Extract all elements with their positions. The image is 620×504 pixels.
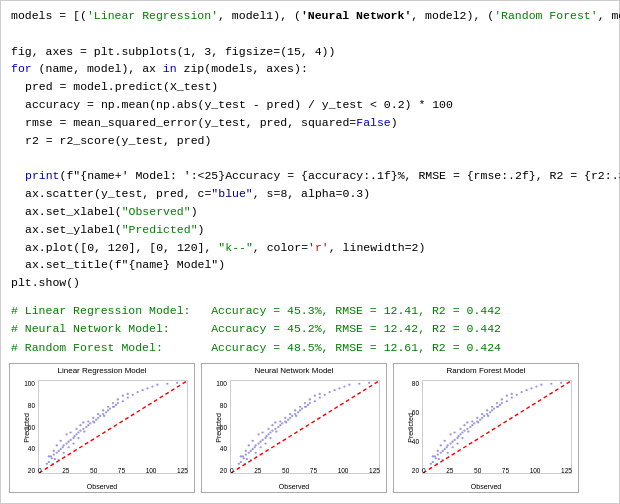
svg-point-124 — [259, 446, 261, 448]
code-line-show: plt.show() — [11, 274, 609, 292]
svg-line-218 — [423, 381, 571, 473]
svg-point-68 — [112, 402, 114, 404]
code-area: models = [('Linear Regression', model1),… — [1, 1, 619, 298]
svg-point-129 — [257, 433, 259, 435]
svg-point-196 — [446, 452, 448, 454]
svg-point-36 — [113, 406, 115, 408]
svg-point-109 — [305, 406, 307, 408]
code-line-blank2 — [11, 150, 609, 168]
svg-point-97 — [297, 411, 299, 413]
svg-point-181 — [487, 415, 489, 417]
svg-point-208 — [466, 421, 468, 423]
svg-point-43 — [132, 394, 134, 396]
svg-point-212 — [486, 410, 488, 412]
plot-inner-3 — [422, 380, 572, 474]
svg-point-143 — [314, 395, 316, 397]
svg-point-90 — [279, 424, 281, 426]
svg-point-144 — [319, 393, 321, 395]
svg-point-201 — [444, 440, 446, 442]
yticks-1: 100 80 60 40 20 — [10, 380, 38, 474]
x-label-3: Observed — [471, 483, 501, 490]
svg-point-114 — [348, 384, 350, 386]
svg-point-63 — [87, 421, 89, 423]
svg-point-12 — [75, 433, 77, 435]
svg-point-77 — [248, 452, 250, 454]
plot-svg-3 — [423, 381, 571, 473]
svg-point-120 — [368, 382, 370, 384]
svg-point-190 — [525, 389, 527, 391]
svg-point-178 — [457, 435, 459, 437]
svg-point-134 — [245, 450, 247, 452]
svg-point-85 — [267, 433, 269, 435]
svg-point-188 — [506, 400, 508, 402]
svg-point-213 — [491, 406, 493, 408]
svg-point-18 — [89, 422, 91, 424]
svg-point-56 — [65, 433, 67, 435]
svg-point-176 — [438, 458, 440, 460]
svg-point-103 — [246, 458, 248, 460]
svg-point-141 — [304, 402, 306, 404]
svg-point-148 — [437, 454, 439, 456]
svg-point-35 — [103, 415, 105, 417]
svg-point-211 — [481, 413, 483, 415]
svg-point-70 — [122, 395, 124, 397]
svg-point-215 — [501, 398, 503, 400]
code-line-1: models = [('Linear Regression', model1),… — [11, 7, 609, 25]
code-line-xlabel: ax.set_xlabel("Observed") — [11, 203, 609, 221]
svg-point-133 — [240, 456, 242, 458]
svg-point-22 — [99, 415, 101, 417]
svg-point-94 — [289, 417, 291, 419]
svg-point-163 — [471, 424, 473, 426]
svg-point-191 — [535, 386, 537, 388]
svg-point-101 — [307, 404, 309, 406]
svg-point-40 — [146, 387, 148, 389]
svg-point-64 — [92, 417, 94, 419]
svg-point-185 — [520, 391, 522, 393]
svg-point-200 — [440, 444, 442, 446]
svg-point-108 — [295, 415, 297, 417]
svg-point-118 — [343, 386, 345, 388]
svg-point-82 — [259, 441, 261, 443]
svg-point-131 — [267, 428, 269, 430]
svg-point-87 — [271, 430, 273, 432]
svg-point-189 — [516, 394, 518, 396]
svg-point-33 — [83, 431, 85, 433]
output-line-2: # Neural Network Model: Accuracy = 45.2%… — [11, 320, 609, 338]
svg-point-81 — [257, 443, 259, 445]
code-line-print: print(f"{name+' Model: ':<25}Accuracy = … — [11, 167, 609, 185]
svg-point-95 — [291, 415, 293, 417]
svg-point-123 — [254, 452, 256, 454]
code-text: models = [('Linear Regression', model1),… — [11, 7, 620, 25]
svg-point-116 — [324, 394, 326, 396]
code-line-pred: pred = model.predict(X_test) — [11, 78, 609, 96]
svg-point-60 — [48, 456, 50, 458]
plot-title-1: Linear Regression Model — [10, 364, 194, 376]
code-line-scatter: ax.scatter(y_test, pred, c="blue", s=8, … — [11, 185, 609, 203]
plot-svg-1 — [39, 381, 187, 473]
svg-point-155 — [451, 441, 453, 443]
svg-point-89 — [277, 426, 279, 428]
svg-point-10 — [69, 439, 71, 441]
svg-point-106 — [275, 431, 277, 433]
plot-title-2: Neural Network Model — [202, 364, 386, 376]
svg-point-58 — [75, 428, 77, 430]
svg-point-15 — [82, 428, 84, 430]
svg-point-55 — [60, 440, 62, 442]
svg-line-145 — [231, 381, 379, 473]
svg-point-203 — [453, 432, 455, 434]
xticks-1: 0 25 50 75 100 125 — [38, 465, 188, 474]
code-line-for: for (name, model), ax in zip(models, axe… — [11, 60, 609, 78]
svg-point-205 — [463, 424, 465, 426]
svg-point-44 — [141, 389, 143, 391]
code-line-ylabel: ax.set_ylabel("Predicted") — [11, 221, 609, 239]
svg-point-177 — [445, 446, 447, 448]
plot-random-forest: Random Forest Model Predicted 80 60 40 2… — [393, 363, 579, 493]
svg-point-51 — [67, 446, 69, 448]
svg-point-136 — [279, 421, 281, 423]
svg-point-93 — [287, 419, 289, 421]
svg-point-140 — [299, 406, 301, 408]
svg-point-206 — [432, 456, 434, 458]
svg-point-216 — [506, 395, 508, 397]
svg-point-105 — [265, 435, 267, 437]
svg-point-160 — [463, 430, 465, 432]
